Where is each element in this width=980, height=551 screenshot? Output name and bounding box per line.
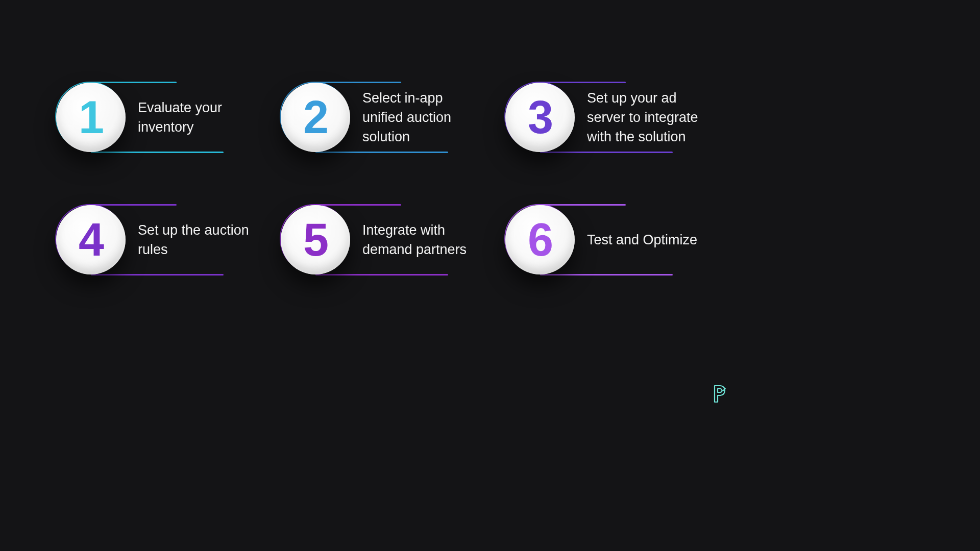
step-5: 5Integrate with demand partners [281,204,485,276]
bracket-top-line [315,82,401,83]
step-circle-wrap: 5 [281,205,350,274]
step-number-circle: 4 [56,205,126,274]
bracket-top-line [540,204,626,206]
step-4: 4Set up the auction rules [56,204,260,276]
step-circle-wrap: 3 [505,83,575,152]
step-3: 3Set up your ad server to integrate with… [505,82,709,153]
step-label: Set up the auction rules [138,220,260,260]
step-circle-wrap: 2 [281,83,350,152]
bracket-bottom-line [91,274,224,276]
step-circle-wrap: 6 [505,205,575,274]
step-1: 1Evaluate your inventory [56,82,260,153]
step-label: Evaluate your inventory [138,98,260,137]
bracket-bottom-line [315,152,448,153]
step-number: 2 [303,94,328,140]
step-circle-wrap: 1 [56,83,126,152]
step-circle-wrap: 4 [56,205,126,274]
step-label: Test and Optimize [587,230,697,249]
bracket-bottom-line [91,152,224,153]
step-number: 5 [303,217,328,263]
brand-logo-icon [712,384,727,403]
step-number-circle: 1 [56,83,126,152]
step-number-circle: 3 [505,83,575,152]
bracket-top-line [540,82,626,83]
step-label: Select in-app unified auction solution [362,88,485,147]
step-number: 4 [79,217,103,263]
step-number: 6 [528,217,552,263]
step-number: 1 [79,94,103,140]
step-6: 6Test and Optimize [505,204,709,276]
bracket-bottom-line [540,274,673,276]
bracket-top-line [91,82,177,83]
step-number-circle: 2 [281,83,350,152]
step-label: Integrate with demand partners [362,220,485,260]
steps-grid: 1Evaluate your inventory2Select in-app u… [56,82,709,276]
bracket-bottom-line [540,152,673,153]
bracket-bottom-line [315,274,448,276]
bracket-top-line [91,204,177,206]
step-number-circle: 6 [505,205,575,274]
bracket-top-line [315,204,401,206]
step-label: Set up your ad server to integrate with … [587,88,709,147]
step-number: 3 [528,94,552,140]
step-2: 2Select in-app unified auction solution [281,82,485,153]
step-number-circle: 5 [281,205,350,274]
